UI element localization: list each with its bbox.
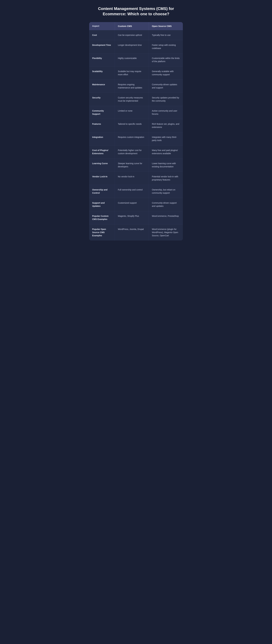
cell-opensource: Typically free to use — [149, 30, 183, 40]
cell-aspect: Maintenance — [89, 80, 115, 93]
cell-aspect: Integration — [89, 132, 115, 145]
cell-opensource: Generally scalable with community suppor… — [149, 66, 183, 80]
table-header-row: Aspect Custom CMS Open Source CMS — [89, 22, 183, 30]
table-row: FeaturesTailored to specific needsRich f… — [89, 119, 183, 132]
cell-opensource: Community-driven updates and support — [149, 80, 183, 93]
cell-opensource: Potential vendor lock-in with proprietar… — [149, 172, 183, 185]
table-row: Ownership and ControlFull ownership and … — [89, 185, 183, 198]
cell-custom: Steeper learning curve for developers — [115, 158, 149, 172]
cell-aspect: Cost — [89, 30, 115, 40]
cell-aspect: Scalability — [89, 66, 115, 80]
cell-opensource: Active community and user forums — [149, 106, 183, 119]
cell-opensource: Many free and paid plugins/ extensions a… — [149, 146, 183, 158]
cell-opensource: WooCommerce (plugin for WordPress), Mage… — [149, 224, 183, 240]
comparison-table: Aspect Custom CMS Open Source CMS CostCa… — [89, 22, 183, 240]
table-row: FlexibilityHighly customizableCustomizab… — [89, 53, 183, 66]
table-row: ScalabilityScalable but may require more… — [89, 66, 183, 80]
cell-custom: Tailored to specific needs — [115, 119, 149, 132]
cell-aspect: Popular Custom CMS Examples — [89, 211, 115, 224]
cell-opensource: Community-driven support and updates — [149, 198, 183, 211]
cell-opensource: Faster setup with existing codebase — [149, 40, 183, 53]
cell-opensource: Integrates with many third-party tools — [149, 132, 183, 145]
header-custom-cms: Custom CMS — [115, 22, 149, 30]
cell-custom: Magento, Shopify Plus — [115, 211, 149, 224]
cell-custom: Scalable but may require more effort — [115, 66, 149, 80]
cell-aspect: Security — [89, 93, 115, 106]
cell-aspect: Development Time — [89, 40, 115, 53]
table-row: CostCan be expensive upfrontTypically fr… — [89, 30, 183, 40]
cell-opensource: Security updates provided by the communi… — [149, 93, 183, 106]
header-opensource-cms: Open Source CMS — [149, 22, 183, 30]
cell-opensource: Customizable within the limits of the pl… — [149, 53, 183, 66]
cell-aspect: Vendor Lock-In — [89, 172, 115, 185]
cell-custom: WordPress, Joomla, Drupal — [115, 224, 149, 240]
cell-custom: Highly customizable — [115, 53, 149, 66]
cell-aspect: Flexibility — [89, 53, 115, 66]
header-aspect: Aspect — [89, 22, 115, 30]
table-body: CostCan be expensive upfrontTypically fr… — [89, 30, 183, 240]
cell-custom: No vendor lock-in — [115, 172, 149, 185]
cell-custom: Potentially higher cost for custom devel… — [115, 146, 149, 158]
table-row: IntegrationRequires custom integrationIn… — [89, 132, 183, 145]
table-row: Vendor Lock-InNo vendor lock-inPotential… — [89, 172, 183, 185]
cell-aspect: Cost of Plugins/ Extensions — [89, 146, 115, 158]
cell-custom: Limited or none — [115, 106, 149, 119]
cell-custom: Can be expensive upfront — [115, 30, 149, 40]
cell-aspect: Features — [89, 119, 115, 132]
cell-opensource: WooCommerce, PrestaShop — [149, 211, 183, 224]
table-row: Support and UpdatesCustomized supportCom… — [89, 198, 183, 211]
table-row: Cost of Plugins/ ExtensionsPotentially h… — [89, 145, 183, 158]
cell-custom: Full ownership and control — [115, 185, 149, 198]
page-title: Content Management Systems (CMS) for Eco… — [89, 6, 183, 17]
table-row: Popular Custom CMS ExamplesMagento, Shop… — [89, 211, 183, 224]
cell-opensource: Lower learning curve with existing docum… — [149, 158, 183, 172]
cell-aspect: Ownership and Control — [89, 185, 115, 198]
cell-custom: Requires custom integration — [115, 132, 149, 145]
cell-aspect: Support and Updates — [89, 198, 115, 211]
cell-custom: Requires ongoing maintenance and updates — [115, 80, 149, 93]
table-row: Learning CurveSteeper learning curve for… — [89, 158, 183, 172]
table-row: Popular Open Source CMS ExamplesWordPres… — [89, 224, 183, 240]
cell-aspect: Community Support — [89, 106, 115, 119]
cell-opensource: Ownership, but reliant on community supp… — [149, 185, 183, 198]
table-row: MaintenanceRequires ongoing maintenance … — [89, 80, 183, 93]
table-row: SecurityCustom security measures must be… — [89, 93, 183, 106]
cell-aspect: Popular Open Source CMS Examples — [89, 224, 115, 240]
cell-custom: Custom security measures must be impleme… — [115, 93, 149, 106]
cell-custom: Customized support — [115, 198, 149, 211]
table-row: Development TimeLonger development timeF… — [89, 40, 183, 53]
cell-aspect: Learning Curve — [89, 158, 115, 172]
table-row: Community SupportLimited or noneActive c… — [89, 106, 183, 119]
cell-custom: Longer development time — [115, 40, 149, 53]
cell-opensource: Rich feature set, plugins, and extension… — [149, 119, 183, 132]
